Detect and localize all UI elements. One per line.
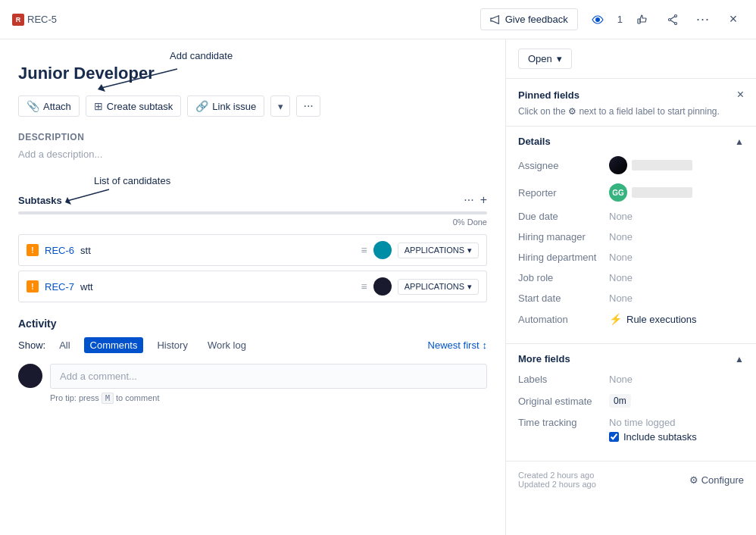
subtasks-title: Subtasks (18, 195, 62, 206)
applications-label: APPLICATIONS (405, 282, 464, 291)
status-label: Open (528, 53, 552, 64)
create-subtask-button[interactable]: ⊞ Create subtask (86, 95, 181, 117)
like-button[interactable] (632, 9, 653, 30)
include-subtasks-checkbox[interactable] (609, 432, 619, 442)
toolbar: 📎 Attach ⊞ Create subtask 🔗 Link issue ▾… (18, 95, 487, 117)
pinned-hint: Click on the ⚙ next to a field label to … (518, 106, 744, 117)
hiring-manager-label: Hiring manager (518, 231, 609, 242)
hiring-department-label: Hiring department (518, 252, 609, 263)
subtasks-more-button[interactable]: ··· (464, 193, 473, 207)
filter-comments-button[interactable]: Comments (84, 337, 144, 353)
job-role-label: Job role (518, 272, 609, 283)
pro-tip-suffix: to comment (116, 393, 159, 402)
subtasks-section: Subtasks ··· + 0% Done ! REC-6 stt ≡ (18, 193, 487, 302)
reporter-value: GG (609, 183, 692, 202)
assignee-avatar (609, 156, 627, 174)
gear-icon: ⚙ (568, 106, 579, 117)
comment-input[interactable]: Add a comment... (50, 364, 487, 389)
pro-tip-text: Pro tip: press (50, 393, 99, 402)
subtasks-progress-text: 0% Done (18, 217, 487, 227)
more-fields-chevron-icon: ▲ (735, 354, 744, 364)
subtasks-add-button[interactable]: + (480, 193, 487, 207)
add-candidate-annotation: Add candidate (170, 50, 233, 61)
hiring-department-value: None (609, 252, 744, 263)
feedback-button[interactable]: Give feedback (480, 8, 578, 30)
assignee-name-redacted (632, 160, 692, 171)
svg-rect-1 (638, 19, 640, 23)
close-button[interactable]: × (723, 9, 744, 30)
subtask-item: ! REC-7 wtt ≡ APPLICATIONS ▾ (18, 271, 487, 302)
more-fields-header[interactable]: More fields ▲ (518, 353, 744, 364)
configure-gear-icon: ⚙ (689, 474, 698, 486)
details-header[interactable]: Details ▲ (518, 136, 744, 147)
description-label: Description (18, 132, 487, 142)
field-job-role: Job role None (518, 272, 744, 283)
filter-history-button[interactable]: History (151, 337, 193, 353)
subtask-icon: ⊞ (94, 100, 103, 112)
create-subtask-label: Create subtask (107, 101, 173, 112)
subtask-assignee-avatar (373, 277, 392, 296)
more-options-button[interactable]: ··· (692, 9, 714, 30)
updated-timestamp: Updated 2 hours ago (518, 480, 596, 489)
eye-icon (592, 14, 604, 26)
rule-executions-text: Rule executions (626, 314, 697, 325)
watch-button[interactable] (587, 9, 608, 30)
pro-tip-key: M (102, 393, 114, 404)
dropdown-button[interactable]: ▾ (270, 95, 290, 117)
subtask-assignee-avatar (373, 241, 392, 259)
subtask-name: wtt (80, 281, 355, 293)
watch-count: 1 (617, 14, 623, 25)
more-fields-section: More fields ▲ Labels None Original estim… (506, 344, 756, 461)
more-fields-title: More fields (518, 353, 570, 364)
start-date-label: Start date (518, 293, 609, 304)
status-button[interactable]: Open ▾ (518, 48, 572, 69)
share-icon (667, 14, 679, 26)
details-chevron-icon: ▲ (735, 136, 744, 147)
sort-button[interactable]: Newest first ↕ (428, 339, 487, 351)
subtask-status-badge[interactable]: APPLICATIONS ▾ (398, 279, 479, 295)
field-assignee: Assignee (518, 156, 744, 174)
configure-button[interactable]: ⚙ Configure (689, 474, 744, 486)
share-button[interactable] (662, 9, 683, 30)
field-original-estimate: Original estimate 0m (518, 394, 744, 408)
more-toolbar-button[interactable]: ··· (296, 95, 320, 117)
svg-point-3 (675, 22, 677, 24)
field-hiring-department: Hiring department None (518, 252, 744, 263)
lightning-icon: ⚡ (609, 313, 622, 325)
field-hiring-manager: Hiring manager None (518, 231, 744, 242)
subtask-name: stt (80, 245, 355, 256)
hiring-manager-value: None (609, 231, 744, 242)
automation-value[interactable]: ⚡ Rule executions (609, 313, 697, 325)
right-panel: Open ▾ Pinned fields × Click on the ⚙ ne… (506, 39, 756, 535)
pinned-hint-suffix: next to a field label to start pinning. (579, 106, 719, 117)
reporter-avatar: GG (609, 183, 627, 202)
issue-id-text: REC-5 (27, 14, 57, 25)
link-issue-button[interactable]: 🔗 Link issue (187, 95, 264, 117)
filter-all-button[interactable]: All (53, 337, 76, 353)
drag-handle-icon: ≡ (361, 280, 367, 293)
subtask-type-icon: ! (27, 244, 39, 256)
subtask-id-link[interactable]: REC-6 (45, 245, 74, 256)
status-chevron-icon: ▾ (467, 246, 472, 255)
attach-label: Attach (43, 101, 71, 112)
attach-button[interactable]: 📎 Attach (18, 95, 80, 117)
link-issue-label: Link issue (212, 101, 256, 112)
commenter-avatar (18, 364, 42, 388)
subtask-type-icon: ! (27, 280, 39, 293)
subtask-status-badge[interactable]: APPLICATIONS ▾ (398, 242, 479, 258)
assignee-value (609, 156, 692, 174)
svg-line-5 (670, 16, 674, 19)
pinned-fields-close-button[interactable]: × (737, 88, 744, 102)
subtask-id-link[interactable]: REC-7 (45, 281, 74, 293)
description-placeholder[interactable]: Add a description... (18, 149, 487, 160)
pinned-hint-text: Click on the (518, 106, 566, 117)
time-tracking-label: Time tracking (518, 417, 609, 428)
labels-label: Labels (518, 374, 609, 385)
field-start-date: Start date None (518, 293, 744, 304)
due-date-value: None (609, 211, 744, 222)
assignee-label: Assignee (518, 160, 609, 171)
filter-worklog-button[interactable]: Work log (201, 337, 252, 353)
issue-title: Junior Developer (18, 64, 487, 83)
drag-handle-icon: ≡ (361, 244, 367, 256)
project-icon: R (12, 14, 24, 26)
